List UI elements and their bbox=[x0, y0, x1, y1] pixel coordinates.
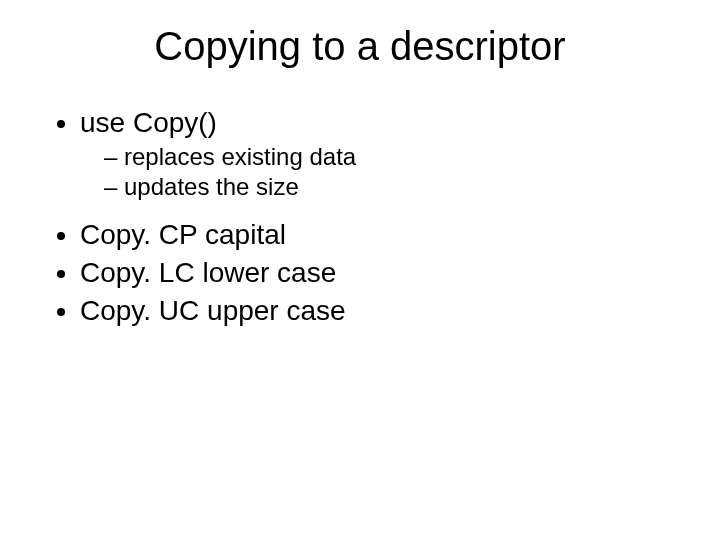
bullet-text: use Copy() bbox=[80, 107, 217, 138]
bullet-text: Copy. CP capital bbox=[80, 219, 286, 250]
bullet-text: Copy. UC upper case bbox=[80, 295, 346, 326]
bullet-item: Copy. UC upper case bbox=[80, 295, 680, 327]
sub-bullet-item: replaces existing data bbox=[104, 143, 680, 171]
bullet-item: Copy. CP capital bbox=[80, 219, 680, 251]
sub-bullet-list: replaces existing data updates the size bbox=[80, 143, 680, 201]
bullet-list: use Copy() replaces existing data update… bbox=[40, 107, 680, 327]
sub-bullet-text: replaces existing data bbox=[124, 143, 356, 170]
sub-bullet-text: updates the size bbox=[124, 173, 299, 200]
sub-bullet-item: updates the size bbox=[104, 173, 680, 201]
bullet-item: Copy. LC lower case bbox=[80, 257, 680, 289]
slide: Copying to a descriptor use Copy() repla… bbox=[0, 0, 720, 540]
bullet-item: use Copy() replaces existing data update… bbox=[80, 107, 680, 201]
bullet-text: Copy. LC lower case bbox=[80, 257, 336, 288]
slide-title: Copying to a descriptor bbox=[40, 24, 680, 69]
